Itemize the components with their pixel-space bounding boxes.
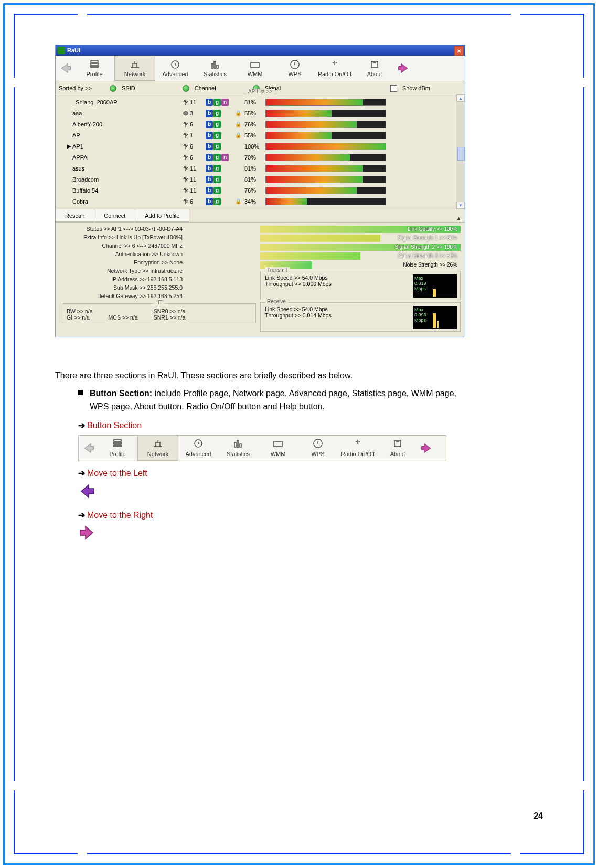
ap-signal-pct: 81%	[244, 99, 265, 105]
details-panel: ▲ Status >> AP1 <--> 00-03-7F-00-D7-A4 E…	[56, 223, 465, 337]
quality-bar: Signal Strength 1 >> 60%	[260, 235, 461, 242]
toolbar-statistics[interactable]: Statistics	[218, 436, 258, 460]
wmm-icon	[249, 59, 261, 70]
ap-modes: bg	[206, 121, 235, 128]
ap-ssid: APPA	[72, 154, 183, 161]
ap-modes: bg	[206, 198, 235, 205]
show-dbm-checkbox[interactable]	[390, 85, 397, 92]
ap-row[interactable]: APPA 6 bgn 70%	[67, 152, 465, 163]
toolbar-radio-on-off[interactable]: Radio On/Off	[338, 436, 378, 460]
mode-n-icon: n	[221, 154, 229, 161]
ap-channel: 11	[183, 176, 206, 183]
ap-signal-bar	[265, 143, 386, 150]
nav-left-icon[interactable]	[59, 62, 71, 75]
label-button-section: ➔Button Section	[78, 419, 464, 432]
ap-row[interactable]: AP 1 bg 🔒 55%	[67, 130, 465, 141]
mcs-line: MCS >> n/a	[109, 314, 138, 321]
toolbar-label: About	[390, 450, 405, 459]
quality-bar: Signal Strength 3 >> 50%	[260, 252, 461, 260]
ap-row[interactable]: aaa 3 bg 🔒 55%	[67, 108, 465, 119]
ap-modes: bg	[206, 176, 235, 183]
titlebar[interactable]: RaUI ✕	[56, 45, 465, 56]
ap-row[interactable]: Cobra 6 bg 🔒 34%	[67, 196, 465, 207]
toolbar-label: Statistics	[204, 71, 227, 77]
close-icon[interactable]: ✕	[454, 46, 464, 56]
ap-signal-pct: 70%	[244, 154, 265, 161]
mode-b-icon: b	[206, 187, 213, 194]
antenna-icon	[183, 99, 189, 105]
toolbar-radio-on-off[interactable]: Radio On/Off	[315, 56, 355, 80]
toolbar: Profile Network Advanced Statistics WMM …	[56, 56, 465, 81]
mode-b-icon: b	[206, 165, 213, 172]
ap-row[interactable]: Buffalo 54 11 bg 76%	[67, 185, 465, 196]
network-icon	[129, 59, 141, 70]
scrollbar[interactable]: ▲ ▼	[456, 94, 465, 209]
doc-intro: There are three sections in RaUI. These …	[55, 369, 464, 383]
toolbar-network[interactable]: Network	[114, 56, 155, 81]
about-icon	[392, 438, 403, 449]
toolbar-wmm[interactable]: WMM	[258, 436, 298, 460]
scroll-up-icon[interactable]: ▲	[456, 94, 465, 102]
toolbar-advanced[interactable]: Advanced	[178, 436, 218, 460]
ap-modes: bg	[206, 165, 235, 172]
ap-signal-bar	[265, 165, 386, 172]
nav-left-icon[interactable]	[82, 442, 94, 454]
ap-ssid: AlbertY-200	[72, 121, 183, 128]
mode-g-icon: g	[213, 110, 221, 117]
ap-row[interactable]: Broadcom 11 bg 81%	[67, 174, 465, 185]
ap-row[interactable]: AlbertY-200 6 bg 🔒 76%	[67, 119, 465, 130]
toolbar-network[interactable]: Network	[137, 436, 178, 461]
toolbar-wps[interactable]: WPS	[298, 436, 338, 460]
app-icon	[58, 47, 65, 54]
mode-g-icon: g	[213, 176, 221, 183]
rx-max-label: Max	[414, 307, 455, 312]
toolbar-statistics[interactable]: Statistics	[195, 56, 235, 80]
toolbar-wmm[interactable]: WMM	[235, 56, 275, 80]
toolbar-advanced[interactable]: Advanced	[155, 56, 195, 80]
toolbar-about[interactable]: About	[355, 56, 394, 80]
show-dbm-label: Show dBm	[402, 85, 430, 91]
ap-modes: bg	[206, 143, 235, 150]
ap-ssid: AP1	[72, 143, 183, 150]
receive-legend: Receive	[265, 299, 288, 304]
rescan-button[interactable]: Rescan	[56, 209, 94, 222]
nav-right-icon[interactable]	[421, 442, 433, 454]
sort-ssid-radio[interactable]	[110, 85, 116, 92]
advanced-icon	[193, 438, 204, 449]
toolbar-profile[interactable]: Profile	[74, 56, 114, 80]
toolbar-label: Network	[124, 71, 145, 77]
collapse-caret-icon[interactable]: ▲	[456, 215, 462, 221]
toolbar-wps[interactable]: WPS	[275, 56, 315, 80]
ap-row[interactable]: _Shiang_2860AP 11 bgn 81%	[67, 97, 465, 108]
antenna-icon	[183, 165, 189, 172]
quality-bar: Link Quality >> 100%	[260, 226, 461, 233]
ap-row[interactable]: ▶ AP1 6 bg 100%	[67, 141, 465, 152]
sort-channel-radio[interactable]	[183, 85, 189, 92]
network-type-line: Network Type >> Infrastructure	[62, 268, 256, 276]
antenna-icon	[183, 198, 189, 205]
tx-max-label: Max	[414, 276, 455, 281]
wps-icon	[312, 438, 324, 449]
connect-button[interactable]: Connect	[94, 209, 135, 222]
ap-row[interactable]: asus 11 bg 81%	[67, 163, 465, 174]
toolbar-about[interactable]: About	[378, 436, 418, 460]
mode-g-icon: g	[213, 165, 221, 172]
wmm-icon	[272, 438, 284, 449]
ap-ssid: asus	[72, 165, 183, 172]
mode-b-icon: b	[206, 132, 213, 139]
snr0-line: SNR0 >> n/a	[154, 308, 186, 314]
scroll-thumb[interactable]	[457, 147, 465, 161]
mode-n-icon: n	[221, 99, 229, 106]
ap-signal-bar	[265, 187, 386, 194]
page-number: 24	[533, 809, 543, 823]
ap-signal-bar	[265, 176, 386, 183]
ht-fieldset: HT BW >> n/a GI >> n/a MCS >> n/a SNR0 >…	[62, 303, 256, 323]
quality-bar: Signal Strength 2 >> 100%	[260, 244, 461, 251]
toolbar-profile[interactable]: Profile	[98, 436, 137, 460]
toolbar-label: WMM	[271, 450, 286, 459]
quality-label: Link Quality >> 100%	[408, 226, 457, 233]
scroll-down-icon[interactable]: ▼	[456, 202, 465, 209]
antenna-icon	[183, 132, 189, 139]
nav-right-icon[interactable]	[398, 62, 410, 75]
add-to-profile-button[interactable]: Add to Profile	[135, 209, 189, 222]
